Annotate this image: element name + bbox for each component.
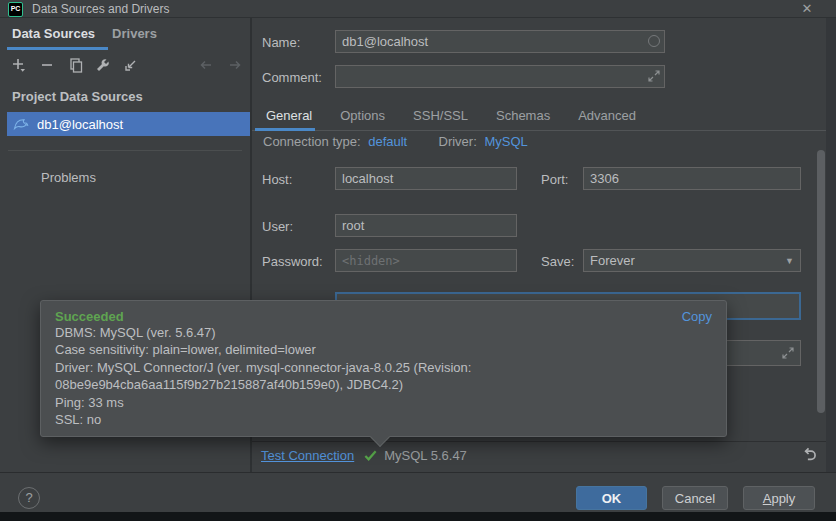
back-arrow-icon[interactable]	[197, 56, 214, 73]
project-data-sources-header: Project Data Sources	[12, 89, 143, 104]
tooltip-line: SSL: no	[55, 411, 712, 428]
form-active-tab-indicator	[255, 128, 315, 131]
ok-button[interactable]: OK	[576, 486, 647, 510]
tooltip-line: Case sensitivity: plain=lower, delimited…	[55, 341, 712, 358]
tooltip-line: Driver: MySQL Connector/J (ver. mysql-co…	[55, 359, 712, 376]
comment-field-wrap	[335, 65, 665, 88]
port-input[interactable]	[583, 167, 801, 190]
host-label: Host:	[262, 172, 292, 187]
close-icon[interactable]: ✕	[797, 0, 817, 18]
tab-advanced[interactable]: Advanced	[578, 108, 636, 123]
refresh-circle-icon	[648, 35, 660, 47]
save-dropdown[interactable]: Forever ▼	[583, 249, 801, 272]
sidebar-item-problems[interactable]: Problems	[41, 170, 96, 185]
datasource-item-db1[interactable]: db1@localhost	[7, 112, 250, 136]
port-label: Port:	[541, 172, 568, 187]
tooltip-line: Ping: 33 ms	[55, 394, 712, 411]
connection-type-label: Connection type:	[263, 134, 361, 149]
save-dropdown-value: Forever	[590, 253, 635, 268]
copy-link[interactable]: Copy	[682, 309, 712, 324]
connection-type-row: Connection type: default Driver: MySQL	[263, 134, 528, 149]
connection-type-link[interactable]: default	[368, 134, 407, 149]
revert-icon[interactable]	[800, 445, 820, 465]
duplicate-icon[interactable]	[66, 56, 83, 73]
help-button[interactable]: ?	[18, 487, 40, 509]
expand-icon[interactable]	[648, 70, 660, 82]
test-connection-link[interactable]: Test Connection	[261, 448, 354, 463]
title-bar: PC Data Sources and Drivers ✕	[0, 0, 836, 18]
tooltip-arrow	[370, 427, 390, 447]
tooltip-line: 08be9e9b4cba6aa115f9b27b215887af40b159e0…	[55, 376, 712, 393]
dialog-footer: ? OK Cancel Apply	[0, 472, 836, 512]
scrollbar-thumb[interactable]	[817, 150, 825, 413]
user-input[interactable]	[335, 214, 517, 237]
history-nav	[197, 56, 243, 73]
scrollbar-track	[826, 18, 836, 472]
comment-label: Comment:	[262, 70, 322, 85]
datasource-item-label: db1@localhost	[37, 117, 123, 132]
test-connection-row: Test Connection MySQL 5.6.47	[261, 448, 467, 463]
apply-button-label: Apply	[763, 491, 796, 506]
form-tabs: General Options SSH/SSL Schemas Advanced	[266, 108, 636, 123]
desktop-background-strip	[0, 512, 836, 521]
expand-icon[interactable]	[782, 347, 794, 359]
tab-ssh-ssl[interactable]: SSH/SSL	[413, 108, 468, 123]
cancel-button[interactable]: Cancel	[662, 486, 728, 510]
import-icon[interactable]	[122, 56, 139, 73]
test-result-text: MySQL 5.6.47	[384, 448, 467, 463]
tab-drivers[interactable]: Drivers	[107, 18, 169, 51]
user-label: User:	[262, 219, 293, 234]
tab-general[interactable]: General	[266, 108, 312, 123]
mysql-icon	[13, 116, 29, 132]
driver-link[interactable]: MySQL	[484, 134, 527, 149]
window-title: Data Sources and Drivers	[32, 2, 169, 16]
success-check-icon	[363, 448, 378, 463]
forward-arrow-icon[interactable]	[226, 56, 243, 73]
tab-schemas[interactable]: Schemas	[496, 108, 550, 123]
tooltip-title: Succeeded	[55, 309, 124, 324]
tooltip-line: DBMS: MySQL (ver. 5.6.47)	[55, 324, 712, 341]
name-label: Name:	[262, 35, 300, 50]
comment-input[interactable]	[335, 65, 665, 88]
host-input[interactable]	[335, 167, 517, 190]
active-tab-indicator	[7, 47, 108, 50]
pycharm-logo-icon: PC	[8, 2, 23, 17]
chevron-down-icon: ▼	[785, 256, 794, 266]
sidebar-divider	[8, 150, 242, 151]
name-input[interactable]	[335, 30, 665, 53]
tab-options[interactable]: Options	[340, 108, 385, 123]
save-label: Save:	[541, 254, 574, 269]
driver-label: Driver:	[439, 134, 477, 149]
sidebar-toolbar	[10, 56, 139, 76]
data-sources-dialog: PC Data Sources and Drivers ✕ Data Sourc…	[0, 0, 836, 521]
form-tab-divider	[252, 130, 826, 131]
password-label: Password:	[262, 254, 323, 269]
add-icon[interactable]	[10, 56, 27, 73]
apply-button[interactable]: Apply	[743, 486, 815, 510]
wrench-icon[interactable]	[94, 56, 111, 73]
name-field-wrap	[335, 30, 665, 53]
password-input[interactable]	[335, 249, 517, 272]
connection-result-tooltip: Succeeded Copy DBMS: MySQL (ver. 5.6.47)…	[40, 300, 727, 437]
remove-icon[interactable]	[38, 56, 55, 73]
test-row-divider	[252, 441, 826, 442]
